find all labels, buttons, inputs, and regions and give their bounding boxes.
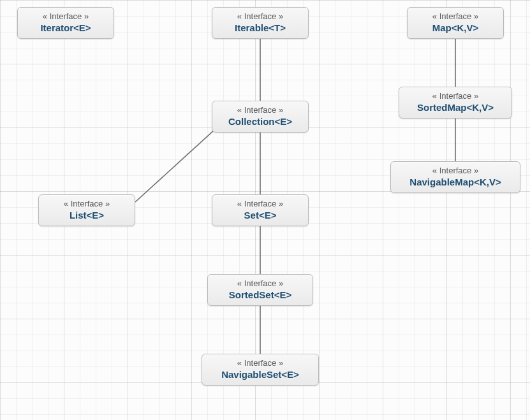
interface-node-map[interactable]: « Interface »Map<K,V> bbox=[407, 7, 504, 39]
stereotype-label: « Interface » bbox=[397, 166, 513, 175]
interface-name: NavigableSet<E> bbox=[209, 369, 312, 380]
stereotype-label: « Interface » bbox=[45, 199, 128, 208]
interface-name: SortedMap<K,V> bbox=[406, 102, 505, 113]
stereotype-label: « Interface » bbox=[214, 279, 306, 288]
stereotype-label: « Interface » bbox=[219, 11, 302, 21]
interface-node-navigablemap[interactable]: « Interface »NavigableMap<K,V> bbox=[390, 161, 520, 193]
interface-node-set[interactable]: « Interface »Set<E> bbox=[212, 194, 309, 226]
stereotype-label: « Interface » bbox=[414, 11, 497, 21]
stereotype-label: « Interface » bbox=[219, 199, 302, 208]
interface-name: Set<E> bbox=[219, 210, 302, 221]
interface-node-sortedset[interactable]: « Interface »SortedSet<E> bbox=[207, 274, 313, 306]
interface-name: Map<K,V> bbox=[414, 22, 497, 33]
interface-name: List<E> bbox=[45, 210, 128, 221]
interface-name: Iterator<E> bbox=[24, 22, 107, 33]
stereotype-label: « Interface » bbox=[219, 105, 302, 115]
interface-node-iterator[interactable]: « Interface »Iterator<E> bbox=[17, 7, 114, 39]
interface-node-list[interactable]: « Interface »List<E> bbox=[38, 194, 135, 226]
interface-node-iterable[interactable]: « Interface »Iterable<T> bbox=[212, 7, 309, 39]
interface-name: Iterable<T> bbox=[219, 22, 302, 33]
stereotype-label: « Interface » bbox=[24, 11, 107, 21]
interface-node-collection[interactable]: « Interface »Collection<E> bbox=[212, 101, 309, 133]
interface-name: NavigableMap<K,V> bbox=[397, 177, 513, 187]
stereotype-label: « Interface » bbox=[406, 91, 505, 101]
interface-name: Collection<E> bbox=[219, 116, 302, 127]
stereotype-label: « Interface » bbox=[209, 358, 312, 368]
interface-name: SortedSet<E> bbox=[214, 289, 306, 300]
interface-node-sortedmap[interactable]: « Interface »SortedMap<K,V> bbox=[399, 87, 512, 119]
interface-node-navigableset[interactable]: « Interface »NavigableSet<E> bbox=[202, 354, 319, 386]
